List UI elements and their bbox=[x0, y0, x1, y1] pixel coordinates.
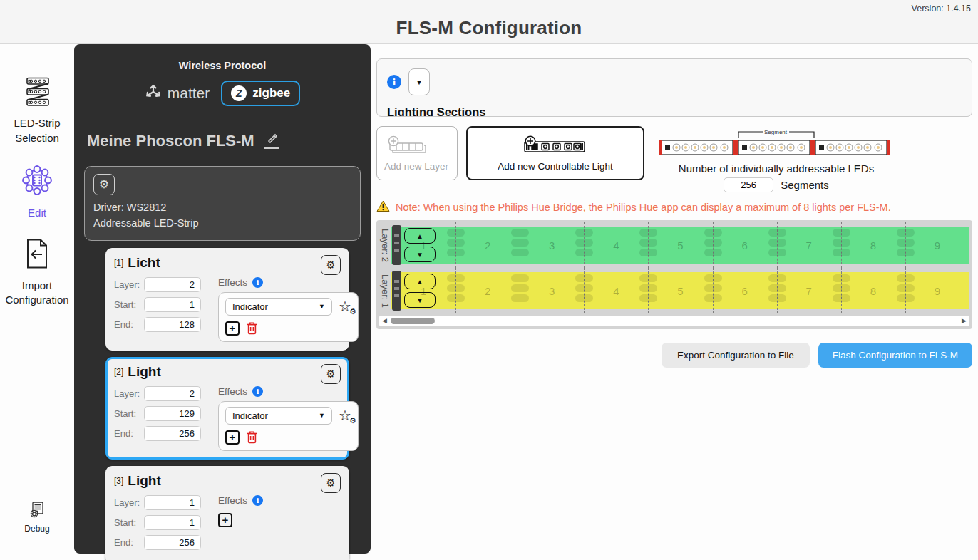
add-layer-label: Add new Layer bbox=[384, 161, 448, 172]
move-layer-down-button[interactable]: ▼ bbox=[404, 247, 436, 262]
export-configuration-button[interactable]: Export Configuration to File bbox=[662, 343, 810, 368]
segment-number: 2 bbox=[455, 272, 520, 309]
driver-line1: Driver: WS2812 bbox=[93, 199, 351, 215]
end-input[interactable] bbox=[144, 426, 201, 441]
sidebar: LED-Strip Selection bbox=[0, 44, 74, 559]
flash-configuration-button[interactable]: Flash Configuration to FLS-M bbox=[818, 343, 972, 368]
layer-input[interactable] bbox=[144, 277, 201, 292]
light-settings-button[interactable]: ⚙ bbox=[321, 473, 341, 493]
page-title: FLS-M Configuration bbox=[0, 0, 978, 39]
segment-number: 4 bbox=[584, 227, 648, 264]
sidebar-item-edit[interactable]: Edit bbox=[21, 164, 53, 221]
segment-divider bbox=[841, 268, 842, 313]
delete-effect-button[interactable] bbox=[247, 322, 257, 335]
add-effect-button[interactable]: + bbox=[225, 430, 240, 445]
zigbee-icon: Z bbox=[231, 85, 247, 101]
delete-effect-button[interactable] bbox=[247, 431, 257, 444]
light-name: Light bbox=[128, 364, 160, 380]
light-card-2[interactable]: [2] Light ⚙ Layer: Start: End: Effectsi bbox=[105, 357, 349, 460]
lighting-sections-header: Lighting Sections bbox=[387, 105, 962, 117]
layer-label: Layer: bbox=[114, 279, 144, 290]
horizontal-scrollbar[interactable]: ◀ ▶ bbox=[379, 316, 969, 326]
chevron-down-icon: ▼ bbox=[319, 412, 325, 419]
start-input[interactable] bbox=[144, 297, 201, 312]
segment-number: 5 bbox=[648, 227, 712, 264]
light-settings-button[interactable]: ⚙ bbox=[321, 364, 341, 384]
end-label: End: bbox=[114, 319, 144, 330]
start-input[interactable] bbox=[144, 515, 201, 530]
light-card-1[interactable]: [1] Licht ⚙ Layer: Start: End: Effectsi bbox=[105, 248, 349, 351]
info-icon[interactable]: i bbox=[252, 277, 263, 288]
segment-divider bbox=[584, 222, 585, 268]
layer-input[interactable] bbox=[144, 495, 201, 510]
add-effect-button[interactable]: + bbox=[218, 513, 232, 527]
segment-divider bbox=[648, 222, 649, 268]
protocol-option-matter[interactable]: matter bbox=[145, 83, 210, 104]
segment-settings: Segment bbox=[659, 126, 894, 192]
trash-icon bbox=[247, 322, 257, 335]
rename-device-button[interactable] bbox=[264, 133, 279, 149]
segment-number: 3 bbox=[520, 227, 584, 264]
layer-label: Layer: bbox=[114, 497, 144, 508]
info-icon[interactable]: i bbox=[252, 495, 263, 506]
segment-divider bbox=[648, 268, 649, 313]
zigbee-label: zigbee bbox=[252, 86, 290, 100]
segment-number: 3 bbox=[520, 272, 584, 309]
scrollbar-thumb[interactable] bbox=[391, 318, 435, 324]
gear-icon: ⚙ bbox=[349, 417, 356, 425]
end-input[interactable] bbox=[144, 317, 201, 332]
segment-number: 4 bbox=[584, 272, 648, 309]
start-label: Start: bbox=[114, 408, 144, 419]
segments-label: Segments bbox=[781, 179, 829, 191]
move-layer-up-button[interactable]: ▲ bbox=[404, 274, 436, 289]
sidebar-item-import-configuration[interactable]: Import Configuration bbox=[0, 239, 74, 307]
driver-card[interactable]: ⚙ Driver: WS2812 Addressable LED-Strip bbox=[84, 166, 361, 241]
segment-divider bbox=[455, 222, 456, 268]
add-light-label: Add new Controllable Light bbox=[498, 161, 612, 172]
add-effect-button[interactable]: + bbox=[225, 321, 240, 336]
strip-visualization: Layer: 2 ▲ ▼ 123456789 Layer: 1 bbox=[376, 220, 972, 329]
strip-bar[interactable]: ▲ ▼ 123456789 bbox=[391, 272, 969, 309]
add-layer-icon bbox=[384, 135, 428, 157]
sidebar-item-debug[interactable]: Debug bbox=[24, 502, 49, 534]
scroll-right-icon[interactable]: ▶ bbox=[962, 317, 967, 324]
end-input[interactable] bbox=[144, 535, 201, 550]
strip-bar[interactable]: ▲ ▼ 123456789 bbox=[391, 227, 969, 264]
effect-select[interactable]: Indicator ▼ bbox=[225, 298, 332, 316]
trash-icon bbox=[247, 431, 257, 444]
light-card-3[interactable]: [3] Light ⚙ Layer: Start: End: Effectsi … bbox=[105, 466, 349, 560]
add-new-controllable-light-button[interactable]: Add new Controllable Light bbox=[466, 126, 644, 180]
header: Version: 1.4.15 FLS-M Configuration bbox=[0, 0, 978, 44]
info-icon[interactable]: i bbox=[387, 75, 401, 89]
note-text: Note: When using the Philips Hue Bridge,… bbox=[396, 202, 891, 213]
protocol-option-zigbee[interactable]: Z zigbee bbox=[221, 81, 300, 106]
light-index: [1] bbox=[114, 258, 123, 268]
move-layer-up-button[interactable]: ▲ bbox=[404, 228, 436, 244]
wireless-protocol-title: Wireless Protocol bbox=[84, 60, 361, 71]
effect-options-button[interactable]: ☆⚙ bbox=[339, 299, 351, 313]
move-layer-down-button[interactable]: ▼ bbox=[404, 292, 436, 308]
scroll-left-icon[interactable]: ◀ bbox=[382, 317, 387, 324]
leds-count-label: Number of individually addressable LEDs bbox=[679, 162, 874, 175]
effects-box: Indicator ▼ ☆⚙ + bbox=[218, 401, 359, 451]
layer-label: Layer: 2 bbox=[379, 224, 391, 266]
effects-box: Indicator ▼ ☆⚙ + bbox=[218, 292, 359, 342]
segment-bracket-label: Segment bbox=[764, 129, 788, 135]
device-name: Meine Phoscon FLS-M bbox=[87, 132, 254, 150]
segment-number: 2 bbox=[455, 227, 520, 264]
warning-icon bbox=[376, 200, 390, 214]
add-new-layer-button[interactable]: Add new Layer bbox=[376, 126, 458, 180]
sections-dropdown-button[interactable]: ▼ bbox=[408, 68, 430, 95]
effect-options-button[interactable]: ☆⚙ bbox=[339, 408, 351, 422]
light-settings-button[interactable]: ⚙ bbox=[321, 255, 341, 275]
start-input[interactable] bbox=[144, 406, 201, 421]
segment-number: 8 bbox=[841, 272, 905, 309]
leds-count-input[interactable] bbox=[724, 177, 773, 192]
effect-select[interactable]: Indicator ▼ bbox=[225, 407, 332, 425]
lighting-sections-box: i ▼ Lighting Sections bbox=[376, 58, 972, 117]
sidebar-item-led-strip-selection[interactable]: LED-Strip Selection bbox=[0, 77, 74, 145]
info-icon[interactable]: i bbox=[252, 386, 263, 397]
light-name: Licht bbox=[128, 255, 160, 271]
segment-divider bbox=[713, 222, 714, 268]
layer-input[interactable] bbox=[144, 386, 201, 401]
